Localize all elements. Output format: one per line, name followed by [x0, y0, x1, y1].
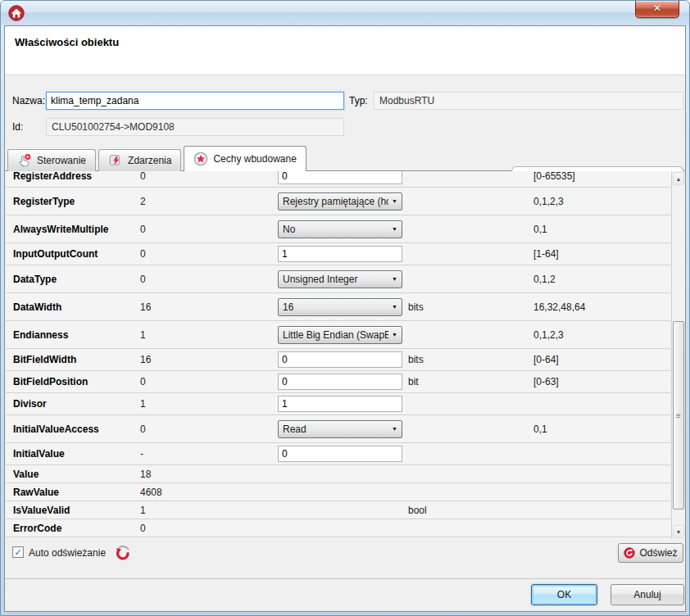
property-current-value: 1 — [140, 505, 146, 516]
properties-window: ✕ Właściwości obiektu Nazwa: Typ: Modbus… — [0, 0, 690, 616]
property-value-input[interactable] — [278, 446, 402, 462]
property-row: InitialValueAccess0Read▼0,1 — [6, 415, 670, 443]
property-select[interactable]: 16▼ — [278, 298, 402, 316]
property-row: BitFieldWidth16bits[0-64] — [6, 349, 670, 371]
property-current-value: 16 — [140, 354, 151, 365]
property-row: RegisterAddress0[0-65535] — [6, 171, 670, 188]
property-row: IsValueValid1bool — [6, 501, 670, 519]
property-unit: bits — [408, 354, 424, 365]
property-current-value: 1 — [140, 329, 146, 341]
property-row: DataWidth1616▼bits16,32,48,64 — [6, 293, 670, 321]
auto-refresh-checkbox[interactable]: ✓ — [12, 546, 24, 558]
property-current-value: 0 — [140, 424, 146, 435]
property-name: AlwaysWriteMultiple — [13, 224, 108, 235]
property-name: Endianness — [13, 329, 68, 341]
property-select[interactable]: Little Big Endian (SwapB▼ — [278, 326, 402, 344]
hand-pointer-icon — [17, 153, 32, 168]
events-icon — [108, 153, 123, 168]
property-select[interactable]: Read▼ — [278, 420, 402, 438]
refresh-button[interactable]: Odśwież — [618, 543, 683, 563]
property-name: RawValue — [13, 487, 59, 498]
tab-sterowanie[interactable]: Sterowanie — [7, 149, 96, 171]
star-icon — [193, 152, 208, 166]
property-range: [0-63] — [533, 376, 559, 387]
property-current-value: 1 — [140, 398, 146, 410]
auto-refresh-label: Auto odświeżanie — [29, 547, 106, 559]
scrollbar-thumb[interactable]: ≡ — [673, 321, 684, 510]
chevron-down-icon: ▼ — [388, 198, 397, 204]
chevron-down-icon: ▼ — [388, 276, 397, 282]
auto-refresh-icon — [114, 544, 132, 562]
property-row: InputOutputCount0[1-64] — [6, 243, 670, 265]
property-range: 0,1,2,3 — [533, 329, 564, 341]
selected-option-label: 16 — [283, 301, 388, 313]
property-current-value: 0 — [140, 376, 146, 387]
property-range: 0,1 — [533, 224, 547, 235]
property-row: InitialValue- — [6, 443, 670, 465]
dialog-header: Właściwości obiektu — [5, 26, 685, 75]
property-value-input[interactable] — [278, 351, 402, 368]
property-current-value: 4608 — [140, 487, 162, 498]
property-name: InitialValue — [13, 448, 65, 460]
property-select[interactable]: Rejestry pamiętające (hc▼ — [278, 192, 402, 211]
type-label: Typ: — [349, 95, 368, 106]
property-range: 0,1,2 — [533, 274, 556, 285]
property-range: 0,1,2,3 — [533, 196, 564, 207]
property-name: ErrorCode — [13, 523, 61, 534]
property-row: Divisor1 — [6, 393, 670, 415]
property-current-value: 0 — [140, 224, 146, 235]
dialog-button-bar: OK Anuluj — [5, 578, 685, 611]
property-range: [0-65535] — [533, 171, 575, 182]
refresh-button-icon — [624, 547, 635, 559]
property-row: Value18 — [6, 465, 670, 483]
chevron-down-icon: ▼ — [388, 426, 397, 432]
property-current-value: 16 — [140, 301, 151, 313]
ok-button[interactable]: OK — [531, 584, 597, 605]
id-field: CLU501002754->MOD9108 — [46, 118, 344, 136]
property-name: InitialValueAccess — [13, 424, 99, 435]
property-current-value: 2 — [140, 196, 146, 207]
cancel-button[interactable]: Anuluj — [611, 584, 684, 605]
name-input[interactable] — [46, 92, 344, 110]
property-current-value: - — [140, 448, 143, 460]
tab-zdarzenia[interactable]: Zdarzenia — [98, 149, 181, 171]
property-current-value: 0 — [140, 274, 146, 285]
tab-label: Sterowanie — [37, 155, 86, 166]
properties-table: RegisterAddress0[0-65535]RegisterType2Re… — [6, 171, 670, 539]
property-name: InputOutputCount — [13, 248, 98, 260]
property-row: DataType0Unsigned Integer▼0,1,2 — [6, 265, 670, 293]
property-value-input[interactable] — [278, 396, 402, 412]
property-value-input[interactable] — [278, 246, 402, 262]
property-row: ErrorCode0 — [6, 519, 670, 537]
titlebar[interactable]: ✕ — [1, 1, 689, 25]
chevron-down-icon: ▼ — [388, 304, 397, 310]
scroll-down-icon[interactable]: ▼ — [673, 525, 684, 538]
selected-option-label: Rejestry pamiętające (hc — [283, 196, 388, 207]
property-value-input[interactable] — [278, 171, 402, 184]
property-select[interactable]: No▼ — [278, 220, 402, 238]
property-select[interactable]: Unsigned Integer▼ — [278, 270, 402, 288]
property-range: 0,1 — [533, 424, 547, 435]
selected-option-label: No — [283, 224, 388, 235]
property-range: [1-64] — [533, 248, 559, 260]
property-value-input[interactable] — [278, 374, 402, 390]
property-unit: bit — [408, 376, 419, 387]
property-unit: bits — [408, 301, 424, 313]
scroll-up-icon[interactable]: ▲ — [673, 172, 684, 185]
property-name: IsValueValid — [13, 505, 70, 516]
property-current-value: 0 — [140, 171, 146, 182]
vertical-scrollbar[interactable]: ▲ ≡ ▼ — [671, 171, 685, 539]
property-name: Divisor — [13, 398, 47, 410]
tab-cechy-wbudowane[interactable]: Cechy wbudowane — [184, 146, 306, 171]
property-name: BitFieldWidth — [13, 354, 76, 365]
property-unit: bool — [408, 505, 427, 516]
selected-option-label: Read — [283, 424, 388, 435]
property-row: RegisterType2Rejestry pamiętające (hc▼0,… — [6, 188, 670, 215]
refresh-row: ✓ Auto odświeżanie Odśwież — [5, 540, 685, 569]
property-row: AlwaysWriteMultiple0No▼0,1 — [6, 215, 670, 243]
property-name: RegisterAddress — [13, 171, 92, 182]
property-name: DataType — [13, 274, 57, 285]
property-name: RegisterType — [13, 196, 75, 207]
close-button[interactable]: ✕ — [635, 1, 679, 18]
property-row: Endianness1Little Big Endian (SwapB▼0,1,… — [6, 321, 670, 349]
